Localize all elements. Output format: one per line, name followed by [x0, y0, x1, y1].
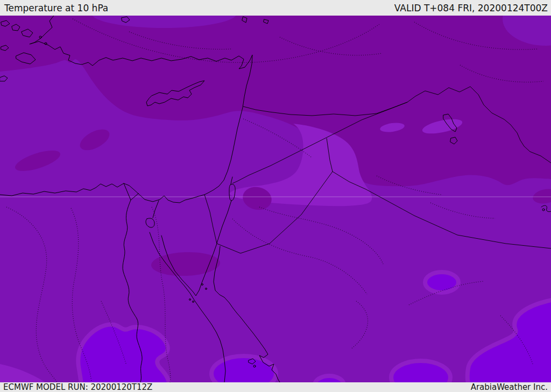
map-title: Temperature at 10 hPa	[4, 0, 108, 17]
fill-warmest-ellipse-east	[425, 272, 458, 293]
fill-warmest-blob-small	[315, 376, 344, 382]
brand-label: ArabiaWeather Inc.	[471, 382, 548, 392]
contour-fills	[0, 16, 551, 382]
valid-time-label: VALID T+084 FRI, 20200124T00Z	[394, 0, 548, 17]
model-run-label: ECMWF MODEL RUN: 20200120T12Z	[3, 382, 152, 392]
map-canvas	[0, 16, 551, 382]
bottom-info-bar: ECMWF MODEL RUN: 20200120T12Z ArabiaWeat…	[0, 382, 551, 392]
fill-warmest-blob-redsea	[211, 356, 276, 382]
fill-warmest-blob-south	[391, 361, 450, 382]
temperature-contour-map	[0, 16, 551, 382]
weather-map-product: Temperature at 10 hPa VALID T+084 FRI, 2…	[0, 0, 551, 392]
top-title-bar: Temperature at 10 hPa VALID T+084 FRI, 2…	[0, 0, 551, 16]
fill-warmest-blob-southwest	[78, 324, 169, 382]
